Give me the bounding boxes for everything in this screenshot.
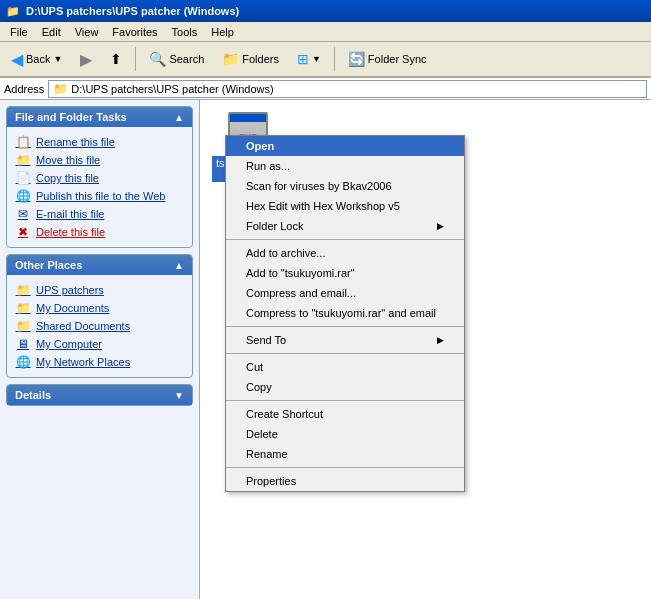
view-icon: ⊞ [297, 51, 309, 67]
details-header[interactable]: Details ▼ [7, 385, 192, 405]
ctx-compress-email[interactable]: Compress and email... [226, 283, 464, 303]
address-input[interactable]: 📁 D:\UPS patchers\UPS patcher (Windows) [48, 80, 647, 98]
details-chevron: ▼ [174, 390, 184, 401]
view-dropdown-icon[interactable]: ▼ [312, 54, 321, 64]
ctx-send-to[interactable]: Send To ▶ [226, 330, 464, 350]
file-tasks-title: File and Folder Tasks [15, 111, 127, 123]
ctx-sep-2 [226, 326, 464, 327]
rename-icon: 📋 [15, 135, 31, 149]
task-copy[interactable]: 📄 Copy this file [11, 169, 188, 187]
file-tasks-header[interactable]: File and Folder Tasks ▲ [7, 107, 192, 127]
title-bar-text: D:\UPS patchers\UPS patcher (Windows) [26, 5, 239, 17]
ctx-sep-4 [226, 400, 464, 401]
title-bar: 📁 D:\UPS patchers\UPS patcher (Windows) [0, 0, 651, 22]
menu-view[interactable]: View [69, 24, 105, 40]
menu-bar: File Edit View Favorites Tools Help [0, 22, 651, 42]
sync-icon: 🔄 [348, 51, 365, 67]
task-move-label: Move this file [36, 154, 100, 166]
ctx-add-archive-label: Add to archive... [246, 247, 326, 259]
context-menu: Open Run as... Scan for viruses by Bkav2… [225, 135, 465, 492]
delete-icon: ✖ [15, 225, 31, 239]
ctx-scan[interactable]: Scan for viruses by Bkav2006 [226, 176, 464, 196]
ctx-create-shortcut-label: Create Shortcut [246, 408, 323, 420]
ctx-send-to-arrow: ▶ [437, 335, 444, 345]
place-ups-patchers[interactable]: 📁 UPS patchers [11, 281, 188, 299]
ctx-properties-label: Properties [246, 475, 296, 487]
place-my-documents-label: My Documents [36, 302, 109, 314]
view-button[interactable]: ⊞ ▼ [290, 47, 328, 71]
task-rename[interactable]: 📋 Rename this file [11, 133, 188, 151]
ctx-create-shortcut[interactable]: Create Shortcut [226, 404, 464, 424]
menu-tools[interactable]: Tools [166, 24, 204, 40]
task-email-label: E-mail this file [36, 208, 104, 220]
forward-button[interactable]: ▶ [73, 46, 99, 73]
my-computer-icon: 🖥 [15, 337, 31, 351]
ctx-sep-1 [226, 239, 464, 240]
back-dropdown-icon[interactable]: ▼ [53, 54, 62, 64]
move-icon: 📁 [15, 153, 31, 167]
back-label: Back [26, 53, 50, 65]
ctx-run-as[interactable]: Run as... [226, 156, 464, 176]
task-delete[interactable]: ✖ Delete this file [11, 223, 188, 241]
menu-help[interactable]: Help [205, 24, 240, 40]
task-rename-label: Rename this file [36, 136, 115, 148]
ctx-folder-lock-arrow: ▶ [437, 221, 444, 231]
ctx-compress-rar-email-label: Compress to "tsukuyomi.rar" and email [246, 307, 436, 319]
search-button[interactable]: 🔍 Search [142, 47, 211, 71]
ctx-add-rar-label: Add to "tsukuyomi.rar" [246, 267, 355, 279]
folders-label: Folders [242, 53, 279, 65]
menu-edit[interactable]: Edit [36, 24, 67, 40]
ctx-properties[interactable]: Properties [226, 471, 464, 491]
ctx-copy[interactable]: Copy [226, 377, 464, 397]
ctx-add-rar[interactable]: Add to "tsukuyomi.rar" [226, 263, 464, 283]
place-my-computer-label: My Computer [36, 338, 102, 350]
place-my-documents[interactable]: 📁 My Documents [11, 299, 188, 317]
place-network-label: My Network Places [36, 356, 130, 368]
sync-button[interactable]: 🔄 Folder Sync [341, 47, 434, 71]
ctx-open-label: Open [246, 140, 274, 152]
ctx-hex-edit[interactable]: Hex Edit with Hex Workshop v5 [226, 196, 464, 216]
place-shared-documents[interactable]: 📁 Shared Documents [11, 317, 188, 335]
menu-file[interactable]: File [4, 24, 34, 40]
ctx-folder-lock[interactable]: Folder Lock ▶ [226, 216, 464, 236]
other-places-header[interactable]: Other Places ▲ [7, 255, 192, 275]
menu-favorites[interactable]: Favorites [106, 24, 163, 40]
up-button[interactable]: ⬆ [103, 47, 129, 71]
ctx-rename-label: Rename [246, 448, 288, 460]
task-email[interactable]: ✉ E-mail this file [11, 205, 188, 223]
ctx-open[interactable]: Open [226, 136, 464, 156]
address-folder-icon: 📁 [53, 82, 68, 96]
details-title: Details [15, 389, 51, 401]
ctx-rename[interactable]: Rename [226, 444, 464, 464]
address-value: D:\UPS patchers\UPS patcher (Windows) [71, 83, 273, 95]
toolbar: ◀ Back ▼ ▶ ⬆ 🔍 Search 📁 Folders ⊞ ▼ 🔄 Fo… [0, 42, 651, 78]
ctx-cut[interactable]: Cut [226, 357, 464, 377]
details-section: Details ▼ [6, 384, 193, 406]
copy-icon: 📄 [15, 171, 31, 185]
left-panel: File and Folder Tasks ▲ 📋 Rename this fi… [0, 100, 200, 599]
ctx-compress-email-label: Compress and email... [246, 287, 356, 299]
place-network[interactable]: 🌐 My Network Places [11, 353, 188, 371]
ctx-run-as-label: Run as... [246, 160, 290, 172]
ctx-add-archive[interactable]: Add to archive... [226, 243, 464, 263]
file-tasks-chevron: ▲ [174, 112, 184, 123]
ctx-delete[interactable]: Delete [226, 424, 464, 444]
ctx-cut-label: Cut [246, 361, 263, 373]
place-shared-documents-label: Shared Documents [36, 320, 130, 332]
task-move[interactable]: 📁 Move this file [11, 151, 188, 169]
task-delete-label: Delete this file [36, 226, 105, 238]
up-icon: ⬆ [110, 51, 122, 67]
ups-patchers-icon: 📁 [15, 283, 31, 297]
search-icon: 🔍 [149, 51, 166, 67]
task-publish[interactable]: 🌐 Publish this file to the Web [11, 187, 188, 205]
ctx-compress-rar-email[interactable]: Compress to "tsukuyomi.rar" and email [226, 303, 464, 323]
toolbar-sep-1 [135, 47, 136, 71]
file-tasks-body: 📋 Rename this file 📁 Move this file 📄 Co… [7, 127, 192, 247]
address-label: Address [4, 83, 44, 95]
my-documents-icon: 📁 [15, 301, 31, 315]
place-my-computer[interactable]: 🖥 My Computer [11, 335, 188, 353]
search-label: Search [169, 53, 204, 65]
back-button[interactable]: ◀ Back ▼ [4, 46, 69, 73]
folders-button[interactable]: 📁 Folders [215, 47, 286, 71]
other-places-section: Other Places ▲ 📁 UPS patchers 📁 My Docum… [6, 254, 193, 378]
